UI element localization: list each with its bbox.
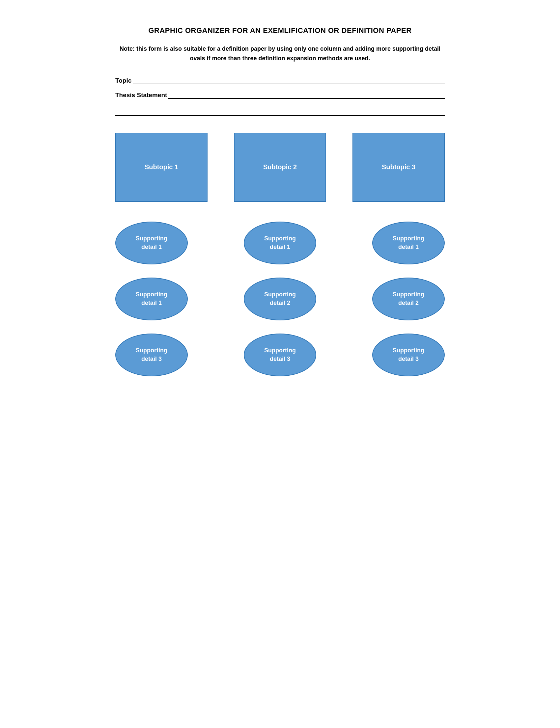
details-grid: Supportingdetail 1 Supportingdetail 1 Su… [115, 222, 445, 376]
note-text: Note: this form is also suitable for a d… [115, 44, 445, 63]
main-title: GRAPHIC ORGANIZER FOR AN EXEMLIFICATION … [115, 26, 445, 35]
details-row-3: Supportingdetail 3 Supportingdetail 3 Su… [115, 334, 445, 376]
detail-oval-2-3: Supportingdetail 2 [372, 278, 445, 321]
detail-oval-3-1: Supportingdetail 3 [115, 334, 188, 376]
page: GRAPHIC ORGANIZER FOR AN EXEMLIFICATION … [115, 26, 445, 376]
detail-label-1-3: Supportingdetail 1 [393, 235, 424, 251]
detail-label-3-3: Supportingdetail 3 [393, 347, 424, 363]
detail-oval-2-2: Supportingdetail 2 [244, 278, 316, 321]
subtopics-row: Subtopic 1 Subtopic 2 Subtopic 3 [115, 133, 445, 202]
divider [115, 115, 445, 116]
detail-oval-2-1: Supportingdetail 1 [115, 278, 188, 321]
grid-section: Subtopic 1 Subtopic 2 Subtopic 3 Support… [115, 133, 445, 376]
topic-line [133, 76, 445, 84]
detail-oval-3-2: Supportingdetail 3 [244, 334, 316, 376]
subtopic-box-2: Subtopic 2 [234, 133, 326, 202]
detail-label-1-2: Supportingdetail 1 [264, 235, 296, 251]
detail-oval-1-3: Supportingdetail 1 [372, 222, 445, 265]
subtopic-3-label: Subtopic 3 [382, 163, 415, 171]
detail-label-2-2: Supportingdetail 2 [264, 291, 296, 307]
subtopic-1-label: Subtopic 1 [145, 163, 178, 171]
detail-label-2-3: Supportingdetail 2 [393, 291, 424, 307]
detail-label-2-1: Supportingdetail 1 [136, 291, 167, 307]
detail-oval-1-1: Supportingdetail 1 [115, 222, 188, 265]
thesis-line [168, 91, 445, 99]
thesis-field-row: Thesis Statement [115, 91, 445, 99]
subtopic-box-1: Subtopic 1 [115, 133, 208, 202]
detail-label-1-1: Supportingdetail 1 [136, 235, 167, 251]
details-row-1: Supportingdetail 1 Supportingdetail 1 Su… [115, 222, 445, 265]
detail-oval-1-2: Supportingdetail 1 [244, 222, 316, 265]
subtopic-box-3: Subtopic 3 [352, 133, 445, 202]
topic-field-row: Topic [115, 76, 445, 84]
detail-oval-3-3: Supportingdetail 3 [372, 334, 445, 376]
topic-label: Topic [115, 77, 131, 84]
detail-label-3-1: Supportingdetail 3 [136, 347, 167, 363]
details-row-2: Supportingdetail 1 Supportingdetail 2 Su… [115, 278, 445, 321]
thesis-label: Thesis Statement [115, 92, 167, 99]
subtopic-2-label: Subtopic 2 [263, 163, 297, 171]
detail-label-3-2: Supportingdetail 3 [264, 347, 296, 363]
